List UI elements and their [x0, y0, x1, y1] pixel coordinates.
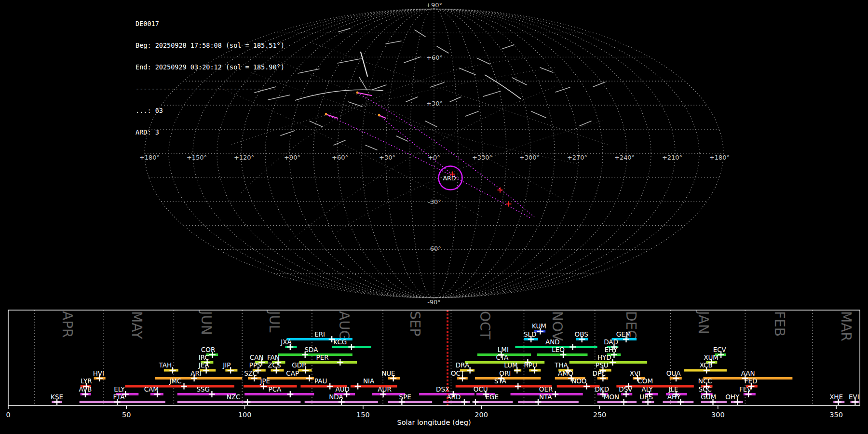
shower-code-label: PPS	[249, 361, 261, 369]
meteor-streak	[450, 97, 461, 102]
shower-code-label: DPC	[593, 369, 606, 377]
shower-peak-marker	[472, 399, 478, 405]
bright-trail-arc	[485, 75, 521, 99]
shower-code-label: PER	[316, 353, 328, 361]
axis-tick-label: 100	[238, 411, 252, 419]
meteor-streak	[404, 57, 420, 63]
shower-peak-marker	[337, 359, 343, 366]
shower-bar-nzc[interactable]	[177, 401, 301, 403]
map-grid-label: +90°	[426, 1, 442, 9]
meteor-begin-point	[325, 113, 327, 116]
shower-code-label: NTA	[539, 393, 552, 401]
shower-code-label: SDA	[304, 346, 318, 353]
meteor-streak	[334, 140, 345, 145]
month-label: JAN	[695, 310, 711, 334]
shower-bar-ari[interactable]	[155, 377, 242, 380]
shower-code-label: ELY	[114, 385, 125, 393]
shower-code-label: DSX	[436, 385, 449, 393]
shower-code-label: TAH	[158, 361, 172, 369]
shower-code-label: JLE	[668, 385, 678, 393]
map-grid-label: +210°	[662, 154, 682, 161]
meteor-streak	[580, 121, 591, 126]
shower-bar-pca[interactable]	[244, 393, 314, 395]
shower-peak-marker	[287, 391, 293, 397]
shower-bar-spe[interactable]	[388, 401, 432, 403]
shower-bar-mon[interactable]	[597, 401, 637, 403]
shower-code-label: HYD	[597, 353, 611, 361]
shower-bar-sda[interactable]	[278, 353, 353, 356]
shower-code-label: AMO	[558, 369, 573, 377]
shower-code-label: NZC	[227, 393, 241, 401]
shower-code-label: JMC	[169, 377, 181, 385]
map-grid-label: +180°	[709, 154, 730, 161]
x-axis-title: Solar longitude (deg)	[397, 419, 471, 426]
meteor-streak	[348, 102, 362, 107]
shower-code-label: PCA	[268, 385, 282, 393]
shower-bar-ori[interactable]	[475, 377, 541, 380]
meteor-streak	[459, 68, 475, 75]
month-label: JUN	[198, 310, 214, 335]
shower-code-label: LMI	[498, 346, 509, 353]
shower-peak-marker	[461, 399, 467, 405]
shower-code-label: GDR	[292, 361, 306, 369]
shower-bar-per[interactable]	[299, 361, 357, 364]
month-label: MAY	[129, 311, 145, 339]
shower-bar-sta[interactable]	[456, 385, 552, 388]
shower-code-label: KCG	[333, 338, 347, 346]
axis-tick-label: 250	[593, 411, 607, 419]
shower-code-label: OCT	[451, 369, 465, 377]
shower-code-label: CAN	[250, 353, 264, 361]
map-grid-label: +300°	[519, 154, 540, 161]
shower-code-label: AAN	[741, 369, 755, 377]
bright-trail	[361, 52, 367, 76]
shower-bar-fta[interactable]	[80, 401, 165, 403]
shower-code-label: DRA	[456, 361, 470, 369]
shower-code-label: OBS	[575, 330, 588, 338]
shower-code-label: OCU	[474, 385, 488, 393]
shower-peak-marker	[244, 399, 250, 405]
meteor-streak	[556, 87, 570, 92]
shower-code-label: ARD	[447, 393, 461, 401]
shower-bar-nta[interactable]	[518, 401, 579, 403]
month-label: SEP	[407, 311, 423, 336]
map-grid-label: +30°	[426, 100, 443, 107]
map-grid-label: +330°	[472, 154, 492, 161]
shower-code-label: KSE	[51, 393, 63, 401]
station-id: DE0017	[136, 20, 285, 27]
shower-peak-marker	[306, 375, 312, 381]
month-label: MAR	[838, 311, 854, 341]
shower-track-arc	[338, 121, 603, 231]
month-label: OCT	[477, 311, 493, 340]
shower-bar-jmc[interactable]	[125, 385, 234, 388]
map-grid-label: +150°	[187, 154, 207, 161]
meteor-streak	[430, 82, 444, 87]
meteor-streak	[406, 97, 418, 102]
map-grid-label: +30°	[379, 154, 395, 161]
shower-bar-ege[interactable]	[474, 401, 513, 403]
meteor-streak	[338, 59, 360, 63]
shower-code-label: FED	[745, 377, 758, 385]
shower-code-label: FAN	[267, 353, 280, 361]
shower-code-label: ALY	[642, 385, 653, 393]
shower-code-label: ARI	[190, 369, 202, 377]
meteor-streak	[359, 77, 366, 89]
meteor-streak	[437, 46, 448, 53]
map-grid-label: +60°	[332, 154, 348, 161]
shower-bar-noo[interactable]	[557, 385, 600, 388]
obs-end: End: 20250929 03:20:12 (sol = 185.90°)	[136, 64, 285, 71]
shower-code-label: NIA	[363, 377, 375, 385]
shower-code-label: MON	[604, 393, 619, 401]
shower-code-label: XUM	[704, 353, 719, 361]
month-label: APR	[59, 311, 75, 338]
shower-code-label: SLD	[524, 330, 537, 338]
shower-code-label: XVI	[630, 369, 640, 377]
shower-code-label: ZCS	[268, 361, 281, 369]
shower-code-label: SPE	[399, 393, 411, 401]
shower-code-label: IRC	[199, 353, 209, 361]
map-grid-label: +60°	[426, 54, 443, 61]
meteor-streak	[298, 69, 319, 73]
map-grid-label: +120°	[234, 154, 254, 161]
shower-peak-marker	[515, 383, 521, 390]
shower-code-label: AHY	[667, 393, 681, 401]
shower-code-label: KUM	[532, 322, 546, 330]
